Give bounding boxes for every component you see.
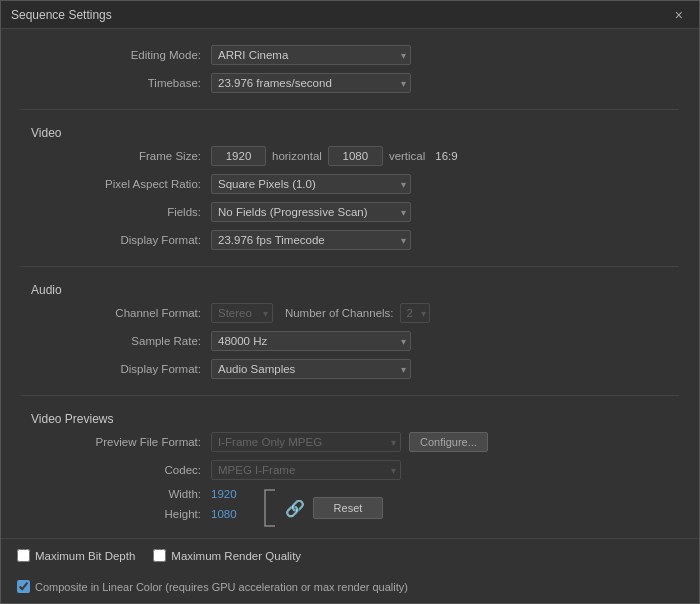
video-previews-divider bbox=[21, 395, 679, 396]
video-display-format-select-wrapper[interactable]: 23.976 fps Timecode bbox=[211, 230, 411, 250]
preview-file-format-row: Preview File Format: I-Frame Only MPEG C… bbox=[21, 432, 679, 452]
horizontal-label: horizontal bbox=[272, 150, 322, 162]
sample-rate-label: Sample Rate: bbox=[81, 335, 211, 347]
editing-mode-select-wrapper[interactable]: ARRI Cinema bbox=[211, 45, 411, 65]
audio-display-format-row: Display Format: Audio Samples bbox=[21, 359, 679, 379]
bracket-icon bbox=[257, 488, 277, 528]
sample-rate-select[interactable]: 48000 Hz bbox=[211, 331, 411, 351]
fields-select-wrapper[interactable]: No Fields (Progressive Scan) bbox=[211, 202, 411, 222]
pixel-aspect-ratio-row: Pixel Aspect Ratio: Square Pixels (1.0) bbox=[21, 174, 679, 194]
channel-format-select-wrapper: Stereo bbox=[211, 306, 273, 320]
max-render-quality-checkbox-item[interactable]: Maximum Render Quality bbox=[153, 549, 301, 562]
bottom-bar: Maximum Bit Depth Maximum Render Quality… bbox=[1, 538, 699, 603]
audio-display-format-label: Display Format: bbox=[81, 363, 211, 375]
aspect-ratio-badge: 16:9 bbox=[435, 150, 457, 162]
height-value: 1080 bbox=[211, 508, 237, 520]
timebase-select-wrapper[interactable]: 23.976 frames/second bbox=[211, 73, 411, 93]
sample-rate-row: Sample Rate: 48000 Hz bbox=[21, 331, 679, 351]
height-row: Height: 1080 bbox=[81, 508, 237, 520]
codec-select-wrapper: MPEG I-Frame bbox=[211, 460, 401, 480]
link-reset-area: 🔗 Reset bbox=[257, 488, 384, 528]
editing-mode-select[interactable]: ARRI Cinema bbox=[211, 45, 411, 65]
max-render-quality-checkbox[interactable] bbox=[153, 549, 166, 562]
video-display-format-label: Display Format: bbox=[81, 234, 211, 246]
editing-mode-row: Editing Mode: ARRI Cinema bbox=[21, 45, 679, 65]
video-section-header: Video bbox=[21, 126, 679, 140]
channel-format-label: Channel Format: bbox=[81, 307, 211, 319]
preview-file-format-value: I-Frame Only MPEG bbox=[211, 432, 401, 452]
num-channels-value: 2 bbox=[400, 303, 430, 323]
preview-file-format-select-wrapper: I-Frame Only MPEG bbox=[211, 432, 401, 452]
width-height-section: Width: 1920 Height: 1080 🔗 Reset bbox=[21, 488, 679, 528]
frame-width-input[interactable] bbox=[211, 146, 266, 166]
codec-row: Codec: MPEG I-Frame bbox=[21, 460, 679, 480]
close-button[interactable]: × bbox=[669, 6, 689, 24]
sequence-settings-window: Sequence Settings × Editing Mode: ARRI C… bbox=[0, 0, 700, 604]
video-previews-section-header: Video Previews bbox=[21, 412, 679, 426]
timebase-select[interactable]: 23.976 frames/second bbox=[211, 73, 411, 93]
window-title: Sequence Settings bbox=[11, 8, 112, 22]
audio-divider bbox=[21, 266, 679, 267]
max-render-quality-label: Maximum Render Quality bbox=[171, 550, 301, 562]
max-bit-depth-label: Maximum Bit Depth bbox=[35, 550, 135, 562]
video-display-format-row: Display Format: 23.976 fps Timecode bbox=[21, 230, 679, 250]
audio-section-header: Audio bbox=[21, 283, 679, 297]
num-channels-wrapper: 2 bbox=[400, 303, 430, 323]
main-content: Editing Mode: ARRI Cinema Timebase: 23.9… bbox=[1, 29, 699, 538]
sample-rate-select-wrapper[interactable]: 48000 Hz bbox=[211, 331, 411, 351]
composite-checkbox[interactable] bbox=[17, 580, 30, 593]
codec-label: Codec: bbox=[81, 464, 211, 476]
preview-file-format-label: Preview File Format: bbox=[81, 436, 211, 448]
frame-size-row: Frame Size: horizontal vertical 16:9 bbox=[21, 146, 679, 166]
fields-select[interactable]: No Fields (Progressive Scan) bbox=[211, 202, 411, 222]
num-channels-label: Number of Channels: bbox=[285, 307, 394, 319]
frame-size-inputs: horizontal vertical 16:9 bbox=[211, 146, 458, 166]
channel-format-row: Channel Format: Stereo Number of Channel… bbox=[21, 303, 679, 323]
timebase-row: Timebase: 23.976 frames/second bbox=[21, 73, 679, 93]
fields-label: Fields: bbox=[81, 206, 211, 218]
codec-value: MPEG I-Frame bbox=[211, 460, 401, 480]
vertical-label: vertical bbox=[389, 150, 425, 162]
pixel-aspect-ratio-label: Pixel Aspect Ratio: bbox=[81, 178, 211, 190]
height-label: Height: bbox=[81, 508, 211, 520]
audio-display-format-select[interactable]: Audio Samples bbox=[211, 359, 411, 379]
frame-height-input[interactable] bbox=[328, 146, 383, 166]
video-display-format-select[interactable]: 23.976 fps Timecode bbox=[211, 230, 411, 250]
pixel-aspect-ratio-select-wrapper[interactable]: Square Pixels (1.0) bbox=[211, 174, 411, 194]
reset-button[interactable]: Reset bbox=[313, 497, 384, 519]
title-bar: Sequence Settings × bbox=[1, 1, 699, 29]
timebase-label: Timebase: bbox=[81, 77, 211, 89]
max-bit-depth-checkbox-item[interactable]: Maximum Bit Depth bbox=[17, 549, 135, 562]
composite-label: Composite in Linear Color (requires GPU … bbox=[35, 581, 408, 593]
configure-button[interactable]: Configure... bbox=[409, 432, 488, 452]
frame-size-label: Frame Size: bbox=[81, 150, 211, 162]
editing-mode-label: Editing Mode: bbox=[81, 49, 211, 61]
composite-checkbox-item[interactable]: Composite in Linear Color (requires GPU … bbox=[17, 580, 683, 593]
pixel-aspect-ratio-select[interactable]: Square Pixels (1.0) bbox=[211, 174, 411, 194]
video-divider bbox=[21, 109, 679, 110]
width-value: 1920 bbox=[211, 488, 237, 500]
audio-display-format-select-wrapper[interactable]: Audio Samples bbox=[211, 359, 411, 379]
max-bit-depth-checkbox[interactable] bbox=[17, 549, 30, 562]
channel-format-value: Stereo bbox=[211, 303, 273, 323]
width-label: Width: bbox=[81, 488, 211, 500]
fields-row: Fields: No Fields (Progressive Scan) bbox=[21, 202, 679, 222]
width-row: Width: 1920 bbox=[81, 488, 237, 500]
link-chain-icon: 🔗 bbox=[285, 499, 305, 518]
width-height-fields: Width: 1920 Height: 1080 bbox=[81, 488, 237, 520]
